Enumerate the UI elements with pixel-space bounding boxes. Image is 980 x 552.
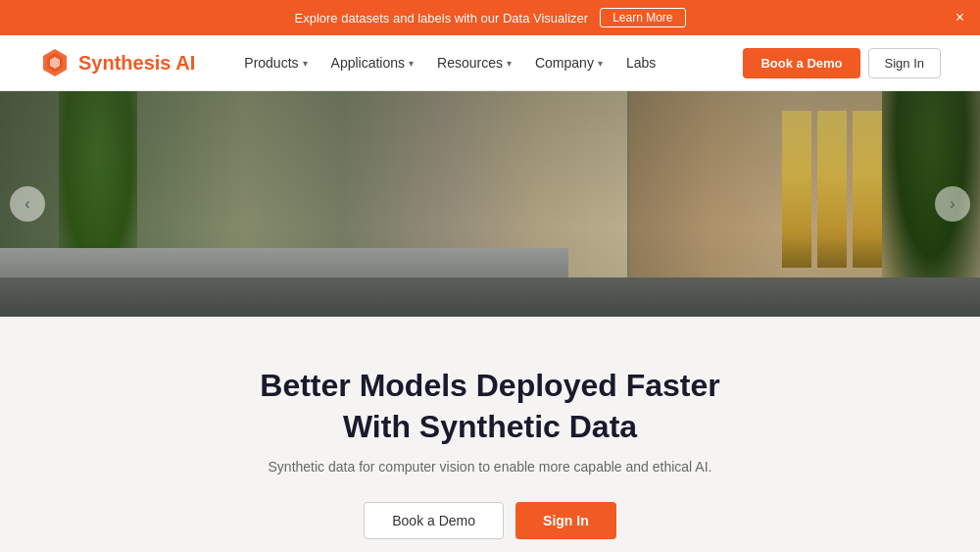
hero-overlay bbox=[0, 91, 980, 317]
logo-text: Synthesis AI bbox=[78, 52, 195, 75]
carousel-next-button[interactable]: › bbox=[935, 186, 970, 222]
resources-chevron-icon: ▾ bbox=[507, 58, 512, 69]
hero-book-demo-button[interactable]: Book a Demo bbox=[364, 502, 504, 539]
banner-close-button[interactable]: × bbox=[956, 10, 964, 25]
carousel-prev-button[interactable]: ‹ bbox=[10, 186, 45, 222]
nav-cta-area: Book a Demo Sign In bbox=[743, 48, 941, 78]
nav-sign-in-button[interactable]: Sign In bbox=[868, 48, 941, 78]
hero-sign-in-button[interactable]: Sign In bbox=[515, 502, 616, 539]
nav-company[interactable]: Company ▾ bbox=[525, 49, 612, 76]
banner-text: Explore datasets and labels with our Dat… bbox=[294, 11, 588, 25]
hero-title: Better Models Deployed Faster With Synth… bbox=[20, 366, 960, 447]
hero-text-section: Better Models Deployed Faster With Synth… bbox=[0, 317, 980, 552]
company-chevron-icon: ▾ bbox=[598, 58, 603, 69]
nav-applications[interactable]: Applications ▾ bbox=[321, 49, 424, 76]
hero-buttons: Book a Demo Sign In bbox=[20, 502, 960, 539]
nav-book-demo-button[interactable]: Book a Demo bbox=[743, 48, 859, 78]
nav-products[interactable]: Products ▾ bbox=[234, 49, 317, 76]
hero-image: ‹ › bbox=[0, 91, 980, 317]
logo-icon bbox=[39, 47, 71, 78]
navbar: Synthesis AI Products ▾ Applications ▾ R… bbox=[0, 35, 980, 91]
top-banner: Explore datasets and labels with our Dat… bbox=[0, 0, 980, 35]
banner-learn-more-button[interactable]: Learn More bbox=[600, 8, 685, 27]
nav-links: Products ▾ Applications ▾ Resources ▾ Co… bbox=[234, 49, 719, 76]
nav-labs[interactable]: Labs bbox=[616, 49, 665, 76]
logo[interactable]: Synthesis AI bbox=[39, 47, 195, 78]
nav-resources[interactable]: Resources ▾ bbox=[427, 49, 521, 76]
products-chevron-icon: ▾ bbox=[303, 58, 308, 69]
hero-subtitle: Synthetic data for computer vision to en… bbox=[20, 459, 960, 475]
applications-chevron-icon: ▾ bbox=[409, 58, 414, 69]
hero-background bbox=[0, 91, 980, 317]
